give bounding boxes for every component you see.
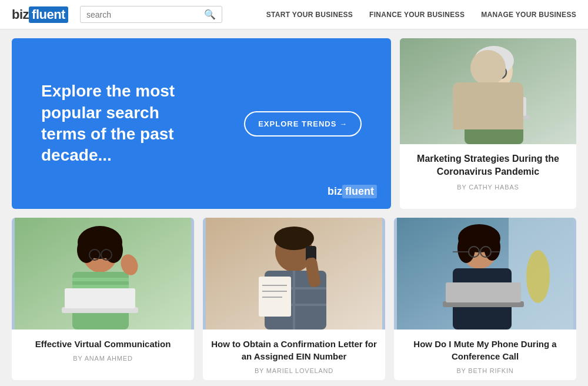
site-logo[interactable]: bizfluent	[12, 6, 68, 23]
article-card-3-title: How Do I Mute My Phone During a Conferen…	[402, 338, 568, 362]
article-image-2	[203, 218, 385, 330]
search-icon[interactable]: 🔍	[204, 9, 216, 20]
svg-rect-1	[400, 38, 576, 144]
article-card-3-author: BY BETH RIFKIN	[402, 367, 568, 374]
featured-article-image	[400, 38, 576, 144]
article-card-2-body: How to Obtain a Confirmation Letter for …	[203, 330, 385, 380]
article-image-1	[12, 218, 194, 330]
main-nav: START YOUR BUSINESS FINANCE YOUR BUSINES…	[266, 11, 576, 19]
hero-logo: bizfluent	[328, 185, 377, 198]
featured-article-card[interactable]: Marketing Strategies During the Coronavi…	[400, 38, 576, 209]
search-bar[interactable]: 🔍	[80, 6, 222, 23]
explore-trends-button[interactable]: EXPLORE TRENDS →	[244, 111, 362, 137]
svg-point-7	[482, 66, 493, 78]
main-content: Explore the most popular search terms of…	[0, 29, 588, 218]
hero-card: Explore the most popular search terms of…	[12, 38, 391, 209]
article-card-3[interactable]: How Do I Mute My Phone During a Conferen…	[394, 218, 576, 380]
svg-rect-47	[446, 282, 521, 302]
site-header: bizfluent 🔍 START YOUR BUSINESS FINANCE …	[0, 0, 588, 29]
nav-finance-business[interactable]: FINANCE YOUR BUSINESS	[369, 11, 465, 19]
svg-point-8	[495, 66, 506, 78]
card2-image-svg	[203, 218, 385, 330]
svg-point-3	[474, 46, 514, 75]
article-card-2-title: How to Obtain a Confirmation Letter for …	[211, 338, 377, 362]
nav-start-business[interactable]: START YOUR BUSINESS	[266, 11, 353, 19]
featured-article-author: BY CATHY HABAS	[409, 184, 567, 191]
article-card-1-title: Effective Virtual Communication	[20, 338, 186, 350]
search-input[interactable]	[86, 10, 204, 19]
hero-logo-biz: biz	[328, 185, 342, 198]
svg-rect-21	[65, 288, 135, 308]
article-card-2-author: BY MARIEL LOVELAND	[211, 367, 377, 374]
svg-rect-17	[72, 285, 129, 288]
article-card-1-author: BY ANAM AHMED	[20, 355, 186, 362]
svg-rect-5	[453, 115, 529, 119]
card3-image-svg	[394, 218, 576, 330]
svg-point-43	[457, 234, 475, 263]
svg-rect-4	[465, 90, 523, 144]
svg-rect-16	[72, 278, 129, 281]
featured-article-title: Marketing Strategies During the Coronavi…	[409, 152, 567, 179]
hero-logo-fluent: fluent	[342, 185, 377, 198]
featured-article-body: Marketing Strategies During the Coronavi…	[400, 144, 576, 199]
bottom-articles-row: Effective Virtual Communication BY ANAM …	[0, 218, 588, 386]
article-card-1-body: Effective Virtual Communication BY ANAM …	[12, 330, 194, 368]
card1-image-svg	[12, 218, 194, 330]
article-card-2[interactable]: How to Obtain a Confirmation Letter for …	[203, 218, 385, 380]
nav-manage-business[interactable]: MANAGE YOUR BUSINESS	[481, 11, 576, 19]
article-image-svg	[400, 38, 576, 144]
hero-text: Explore the most popular search terms of…	[41, 81, 206, 167]
svg-rect-6	[456, 97, 526, 116]
article-card-1[interactable]: Effective Virtual Communication BY ANAM …	[12, 218, 194, 380]
svg-point-40	[526, 250, 550, 303]
article-image-3	[394, 218, 576, 330]
logo-biz-text: biz	[12, 7, 29, 22]
logo-fluent-text: fluent	[29, 6, 68, 23]
article-card-3-body: How Do I Mute My Phone During a Conferen…	[394, 330, 576, 380]
